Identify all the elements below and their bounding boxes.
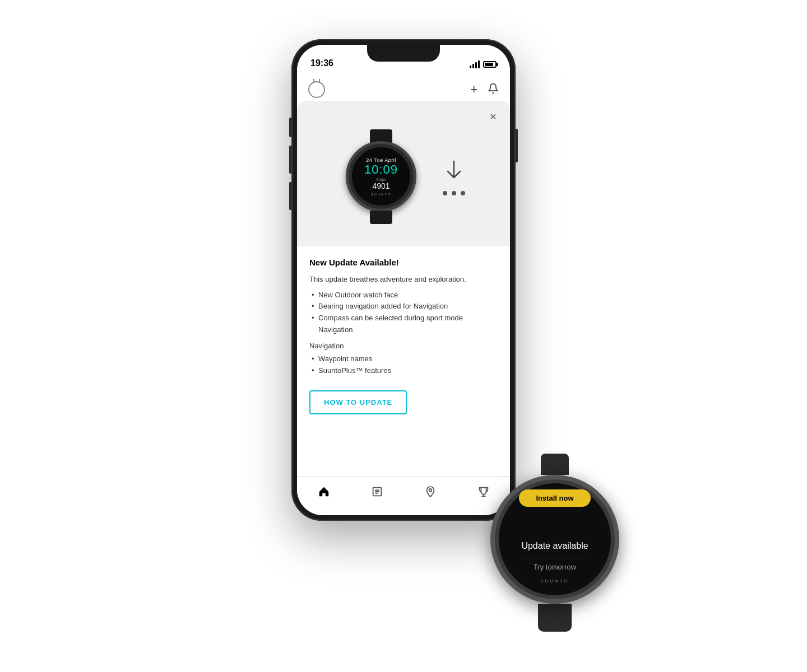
update-title: New Update Available! xyxy=(309,258,498,267)
sw-divider xyxy=(521,558,588,558)
silent-button xyxy=(289,118,291,137)
download-arrow-icon xyxy=(440,157,468,185)
watch-case: 24 Tue April 10:09 Steps 4901 SUUNTO xyxy=(346,141,416,212)
watch-time: 10:09 xyxy=(364,164,398,176)
dot-1 xyxy=(443,191,447,195)
nav-activities[interactable] xyxy=(371,486,383,501)
status-time: 19:36 xyxy=(310,58,333,68)
steps-count: 4901 xyxy=(372,181,389,190)
nav-home[interactable] xyxy=(318,486,330,501)
update-intro: This update breathes adventure and explo… xyxy=(309,274,498,285)
sw-band-top xyxy=(541,454,569,475)
feature-5: SuuntoPlus™ features xyxy=(309,365,498,377)
smartwatch: Install now Update available Try tomorro… xyxy=(471,454,639,627)
watch-screen: 24 Tue April 10:09 Steps 4901 SUUNTO xyxy=(352,147,410,206)
update-modal: × 24 Tue April 10:09 Steps 4901 SUUNTO xyxy=(297,101,510,482)
watch-icon[interactable] xyxy=(308,81,325,98)
update-available-text: Update available xyxy=(521,541,588,551)
notch xyxy=(367,45,440,62)
watch-preview: 24 Tue April 10:09 Steps 4901 SUUNTO xyxy=(297,101,510,246)
scene: 19:36 + xyxy=(151,28,656,644)
feature-1: New Outdoor watch face xyxy=(309,290,498,301)
header-actions: + xyxy=(470,82,499,97)
close-button[interactable]: × xyxy=(485,109,501,124)
volume-up-button xyxy=(289,146,291,174)
band-top xyxy=(370,129,392,143)
phone-screen: 19:36 + xyxy=(297,45,510,515)
nav-map[interactable] xyxy=(424,486,437,501)
sw-band-bottom xyxy=(538,604,572,632)
feature-3: Compass can be selected during sport mod… xyxy=(309,312,498,336)
try-tomorrow-text: Try tomorrow xyxy=(534,563,576,571)
volume-down-button xyxy=(289,182,291,210)
dot-2 xyxy=(452,191,456,195)
dot-3 xyxy=(461,191,465,195)
feature-4: Waypoint names xyxy=(309,353,498,365)
how-to-update-button[interactable]: HOW TO UPDATE xyxy=(309,390,407,414)
feature-2: Bearing navigation added for Navigation xyxy=(309,301,498,312)
update-features-list: New Outdoor watch face Bearing navigatio… xyxy=(309,290,498,336)
add-icon[interactable]: + xyxy=(470,82,477,97)
watch-brand-label: SUUNTO xyxy=(370,193,391,196)
download-dots xyxy=(443,191,465,195)
watch-date: 24 Tue April xyxy=(366,157,396,163)
band-bottom xyxy=(370,211,392,224)
home-icon xyxy=(318,486,330,501)
sw-brand: SUUNTO xyxy=(540,578,569,584)
watch-display: 24 Tue April 10:09 Steps 4901 SUUNTO xyxy=(339,130,423,223)
list-icon xyxy=(371,486,383,501)
status-icons xyxy=(470,60,497,68)
update-extra-list: Waypoint names SuuntoPlus™ features xyxy=(309,353,498,377)
sw-case: Install now Update available Try tomorro… xyxy=(490,475,619,604)
phone-shell: 19:36 + xyxy=(291,39,516,521)
location-icon xyxy=(424,486,437,501)
download-indicator xyxy=(440,157,468,195)
install-arc: Install now xyxy=(499,489,611,507)
power-button xyxy=(516,129,518,162)
install-now-button[interactable]: Install now xyxy=(519,489,590,507)
signal-icon xyxy=(470,60,480,68)
modal-content: New Update Available! This update breath… xyxy=(297,246,510,426)
battery-icon xyxy=(483,61,497,68)
battery-fill xyxy=(485,63,493,66)
svg-point-5 xyxy=(429,488,432,491)
steps-label: Steps xyxy=(376,178,386,181)
navigation-label: Navigation xyxy=(309,340,498,352)
notification-icon[interactable] xyxy=(488,83,499,97)
